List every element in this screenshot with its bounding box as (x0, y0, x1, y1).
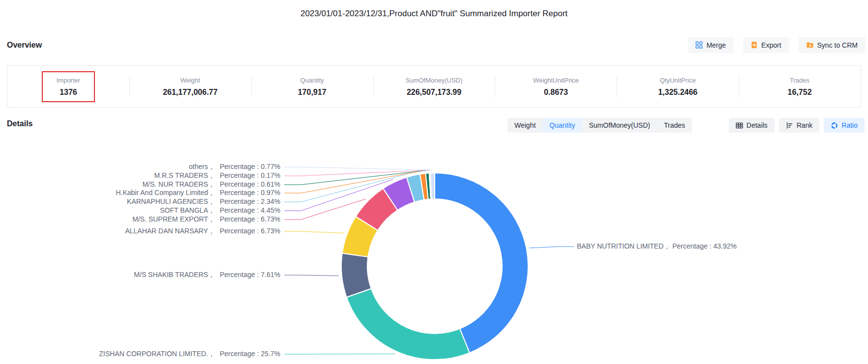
stat-value: 226,507,173.99 (407, 88, 461, 97)
sync-to-crm-button[interactable]: Sync to CRM (799, 37, 865, 53)
pie-label-name-soft-bangla: SOFT BANGLA， (160, 206, 215, 214)
metric-tabs: Weight Quantity SumOfMoney(USD) Trades (508, 118, 692, 133)
pie-label-pct-m-r-s-traders: Percentage : 0.17% (220, 171, 280, 179)
merge-button[interactable]: Merge (688, 37, 733, 53)
stat-value: 170,917 (298, 88, 327, 97)
pie-label-line (284, 167, 432, 170)
tab-sum-of-money[interactable]: SumOfMoney(USD) (582, 118, 657, 133)
pie-label-pct-m-s-shakib-traders: Percentage : 7.61% (220, 271, 280, 279)
pie-label-name-others: others， (189, 163, 215, 170)
pie-label-pct-karnaphuli-agencies: Percentage : 2.34% (220, 197, 280, 205)
pie-label-name-m-s-nur-traders: M/S. NUR TRADERS， (142, 180, 215, 188)
pie-label-line (284, 275, 339, 276)
pie-label-name-allahar-dan-narsary: ALLAHAR DAN NARSARY， (125, 227, 215, 235)
stat-weight[interactable]: Weight 261,177,006.77 (129, 66, 251, 107)
merge-icon (695, 41, 703, 49)
pie-label-pct-zishan-corporation-limited: Percentage : 25.7% (220, 350, 280, 358)
pie-label-pct-h-kabir-and-company-limited: Percentage : 0.97% (220, 189, 280, 196)
pie-label-pct-others: Percentage : 0.77% (220, 163, 280, 170)
pie-label-pct-m-s-suprem-export: Percentage : 6.73% (220, 215, 280, 223)
stat-value: 1376 (60, 88, 77, 97)
overview-stats-card: Importer 1376 Weight 261,177,006.77 Quan… (7, 65, 861, 108)
view-rank-button[interactable]: Rank (779, 118, 820, 133)
stat-label: SumOfMoney(USD) (406, 77, 463, 84)
pie-label-name-m-r-s-traders: M.R.S TRADERS， (154, 171, 215, 179)
pie-segment-others[interactable] (430, 173, 435, 199)
stat-label: QtyUnitPrice (660, 77, 696, 84)
tab-weight[interactable]: Weight (508, 118, 542, 133)
export-button-label: Export (761, 41, 781, 49)
stat-value: 1,325.2466 (658, 88, 697, 97)
importer-ratio-chart: BABY NUTRITION LIMITED， Percentage : 43.… (0, 133, 868, 364)
tab-quantity[interactable]: Quantity (542, 118, 582, 133)
stat-label: WeightUnitPrice (533, 77, 579, 84)
pie-label-name-zishan-corporation-limited: ZISHAN CORPORATION LIMITED.， (99, 350, 215, 358)
pie-segment-baby-nutrition-limited[interactable] (435, 173, 528, 353)
sync-crm-icon (806, 41, 814, 49)
pie-label-name-h-kabir-and-company-limited: H.Kabir And Company Limited， (116, 189, 215, 196)
stat-label: Weight (180, 77, 200, 84)
stat-label: Quantity (300, 77, 324, 84)
view-ratio-button[interactable]: Ratio (824, 118, 865, 133)
stat-quantity[interactable]: Quantity 170,917 (251, 66, 373, 107)
pie-label-pct-allahar-dan-narsary: Percentage : 6.73% (220, 227, 280, 235)
stat-value: 16,752 (788, 88, 812, 97)
stat-value: 261,177,006.77 (163, 88, 217, 97)
pie-segment-zishan-corporation-limited[interactable] (347, 288, 470, 360)
pie-label-baby-nutrition-limited: BABY NUTRITION LIMITED， Percentage : 43.… (577, 242, 737, 250)
stat-trades[interactable]: Trades 16,752 (739, 66, 861, 107)
pie-label-line (529, 247, 574, 248)
highlight-box: Importer 1376 (42, 71, 95, 102)
view-details-button[interactable]: Details (729, 118, 775, 133)
pie-label-name-karnaphuli-agencies: KARNAPHULI AGENCIES， (127, 197, 215, 205)
table-icon (736, 122, 743, 129)
export-button[interactable]: Export (743, 37, 788, 53)
stat-weight-unit-price[interactable]: WeightUnitPrice 0.8673 (495, 66, 617, 107)
pie-label-line (284, 170, 429, 176)
sync-to-crm-button-label: Sync to CRM (817, 41, 858, 49)
tab-trades[interactable]: Trades (657, 118, 692, 133)
stat-qty-unit-price[interactable]: QtyUnitPrice 1,325.2466 (617, 66, 739, 107)
pie-segment-m-s-shakib-traders[interactable] (341, 253, 371, 297)
stat-label: Importer (57, 77, 80, 84)
pie-label-pct-soft-bangla: Percentage : 4.45% (220, 206, 280, 214)
details-heading: Details (7, 119, 32, 128)
importer-ratio-donut-svg: BABY NUTRITION LIMITED， Percentage : 43.… (0, 133, 868, 364)
pie-label-name-m-s-suprem-export: M/S. SUPREM EXPORT， (132, 215, 215, 223)
pie-label-pct-m-s-nur-traders: Percentage : 0.61% (220, 180, 280, 188)
rank-icon (786, 122, 793, 129)
view-ratio-label: Ratio (841, 121, 858, 129)
overview-actions: Merge Export Sync to CRM (688, 37, 865, 53)
stat-importer[interactable]: Importer 1376 (7, 66, 129, 107)
pie-label-line (284, 231, 344, 233)
overview-heading: Overview (7, 41, 42, 50)
pie-label-name-m-s-shakib-traders: M/S SHAKIB TRADERS， (134, 271, 215, 279)
view-rank-label: Rank (797, 121, 813, 129)
view-details-label: Details (747, 121, 768, 129)
ratio-icon (831, 122, 838, 129)
stat-label: Trades (790, 77, 809, 84)
view-tabs: Details Rank Ratio (729, 118, 865, 133)
export-icon (750, 41, 758, 49)
merge-button-label: Merge (706, 41, 726, 49)
stat-sum-of-money[interactable]: SumOfMoney(USD) 226,507,173.99 (373, 66, 495, 107)
report-title: 2023/01/01-2023/12/31,Product AND"fruit"… (0, 9, 868, 19)
stat-value: 0.8673 (544, 88, 568, 97)
